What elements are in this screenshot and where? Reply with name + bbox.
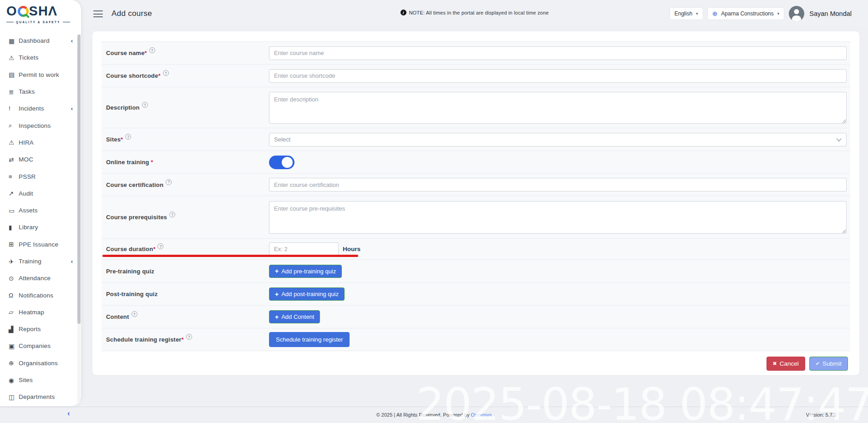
bar-chart-icon: ▟ <box>9 326 19 333</box>
note-text: NOTE: All times in the portal are displa… <box>409 10 548 15</box>
help-icon[interactable]: ? <box>166 179 172 185</box>
help-icon[interactable]: ? <box>186 334 192 340</box>
language-value: English <box>675 10 692 17</box>
sidebar-collapse-chevron-icon[interactable]: ‹ <box>67 409 70 418</box>
sidebar-item[interactable]: ▦ Dashboard ‹ <box>0 32 77 49</box>
dashboard-grid-icon: ▦ <box>9 37 19 45</box>
help-icon[interactable]: ? <box>132 311 137 317</box>
required-asterisk: * <box>145 50 147 56</box>
help-icon[interactable]: ? <box>149 47 155 53</box>
field-label: Course name <box>106 50 145 56</box>
osmosys-link[interactable]: Osmosys <box>471 412 492 418</box>
sites-select[interactable]: Select <box>269 133 847 146</box>
sidebar-scrollbar[interactable] <box>77 34 81 403</box>
course-duration-input[interactable] <box>269 242 339 256</box>
sidebar-item[interactable]: ▣ Companies <box>0 337 77 354</box>
help-icon[interactable]: ? <box>169 212 175 217</box>
sidebar-item[interactable]: Ω Notifications <box>0 287 77 303</box>
help-icon[interactable]: ? <box>142 102 148 108</box>
organisation-selector[interactable]: ⊕ Aparna Constructions ▾ <box>708 8 784 20</box>
form-row-content: Content ? + Add Content <box>102 305 850 328</box>
field-label: Course shortcode <box>106 72 158 79</box>
field-label: Pre-training quiz <box>106 268 154 275</box>
sidebar-item[interactable]: ≡ PSSR <box>0 168 77 185</box>
add-content-button[interactable]: + Add Content <box>269 310 320 323</box>
required-asterisk: * <box>149 159 153 166</box>
menu-hamburger-icon[interactable] <box>93 10 103 17</box>
organisation-value: Aparna Constructions <box>721 10 773 17</box>
required-asterisk: * <box>153 246 155 252</box>
sidebar-item[interactable]: ✈ Training ‹ <box>0 253 77 270</box>
field-label: Description <box>106 104 140 111</box>
form-row-online-training: Online training * <box>102 151 850 173</box>
user-avatar[interactable] <box>789 6 804 21</box>
field-label: Course duration <box>106 246 153 252</box>
form-row-post-training-quiz: Post-training quiz + Add post-training q… <box>102 282 850 305</box>
tagline-dash <box>63 22 70 22</box>
course-certification-input[interactable] <box>269 178 847 191</box>
help-icon[interactable]: ? <box>157 243 163 249</box>
sidebar-item[interactable]: ▟ Reports <box>0 321 77 337</box>
form-actions: ✖ Cancel ✔ Submit <box>766 357 848 371</box>
required-asterisk: * <box>158 72 160 79</box>
course-shortcode-input[interactable] <box>269 69 847 83</box>
logo-letter-a: Λ <box>48 5 57 18</box>
form-row-course-name: Course name* ? <box>102 41 850 64</box>
clock-icon: ⊙ <box>9 275 19 282</box>
logo-letter-o: O <box>6 5 17 18</box>
chevron-down-icon <box>836 136 841 141</box>
check-icon: ✔ <box>816 361 820 367</box>
sidebar-item[interactable]: ⇄ MOC <box>0 151 77 168</box>
button-label: Add post-training quiz <box>281 291 339 297</box>
sidebar-item[interactable]: ◉ Sites <box>0 372 77 388</box>
graduation-cap-icon: ✈ <box>9 258 19 265</box>
help-icon[interactable]: ? <box>125 134 131 140</box>
chevron-left-icon: ‹ <box>71 105 73 112</box>
help-icon[interactable]: ? <box>163 70 169 76</box>
sidebar-item[interactable]: ! Incidents ‹ <box>0 100 77 117</box>
tagline-text: QUALITY & SAFETY <box>16 20 61 24</box>
sidebar-item[interactable]: ▱ Heatmap <box>0 304 77 321</box>
sidebar-nav: ▦ Dashboard ‹ ⚠ Tickets ▤ Permit to work… <box>0 32 77 406</box>
form-rows: Course name* ? Course shortcode* ? D <box>102 41 850 351</box>
description-textarea[interactable] <box>269 92 847 124</box>
hours-suffix: Hours <box>343 246 360 252</box>
sidebar-item[interactable]: ⊙ Attendance <box>0 270 77 287</box>
submit-label: Submit <box>822 360 842 367</box>
sidebar-item[interactable]: ≣ Tasks <box>0 83 77 100</box>
sidebar-item[interactable]: ▭ Assets <box>0 202 77 219</box>
button-label: Schedule training register <box>276 336 343 343</box>
sidebar-item[interactable]: ⚠ HIRA <box>0 134 77 151</box>
field-label: Post-training quiz <box>106 291 157 297</box>
sidebar-item[interactable]: ▮ Library <box>0 219 77 236</box>
sidebar-item[interactable]: ↗ Audit <box>0 185 77 202</box>
form-row-course-prerequisites: Course prerequisites ? <box>102 196 850 238</box>
plus-icon: + <box>275 291 279 297</box>
add-post-training-quiz-button[interactable]: + Add post-training quiz <box>269 287 345 301</box>
sidebar-item[interactable]: ⌕ Inspections <box>0 117 77 134</box>
scrollbar-thumb[interactable] <box>77 35 81 324</box>
sidebar-item[interactable]: ▤ Permit to work <box>0 66 77 83</box>
task-list-icon: ≣ <box>9 88 19 96</box>
required-asterisk: * <box>182 336 184 343</box>
course-prerequisites-textarea[interactable] <box>269 201 847 234</box>
schedule-training-register-button[interactable]: Schedule training register <box>269 332 350 347</box>
language-selector[interactable]: English ▾ <box>670 8 703 20</box>
sidebar-item[interactable]: ⊞ PPE Issuance <box>0 236 77 253</box>
cancel-label: Cancel <box>780 360 799 367</box>
field-label: Schedule training register <box>106 336 182 343</box>
submit-button[interactable]: ✔ Submit <box>809 357 848 371</box>
online-training-toggle[interactable] <box>269 156 294 169</box>
camera-plus-icon: ⊞ <box>9 241 19 248</box>
course-name-input[interactable] <box>269 46 847 60</box>
sidebar-item[interactable]: ⚠ Tickets <box>0 49 77 66</box>
annotation-red-underline <box>102 255 358 257</box>
cancel-button[interactable]: ✖ Cancel <box>766 357 805 371</box>
copyright-text: © 2025 | All Rights Reserved. Powered by <box>376 412 470 418</box>
form-row-schedule-training-register: Schedule training register* ? Schedule t… <box>102 328 850 351</box>
sidebar-item[interactable]: ⊕ Organisations <box>0 355 77 372</box>
add-pre-training-quiz-button[interactable]: + Add pre-training quiz <box>269 265 342 278</box>
sidebar-item[interactable]: ◫ Departments <box>0 388 77 405</box>
user-name: Sayan Mondal <box>809 10 852 17</box>
form-row-course-certification: Course certification ? <box>102 173 850 196</box>
